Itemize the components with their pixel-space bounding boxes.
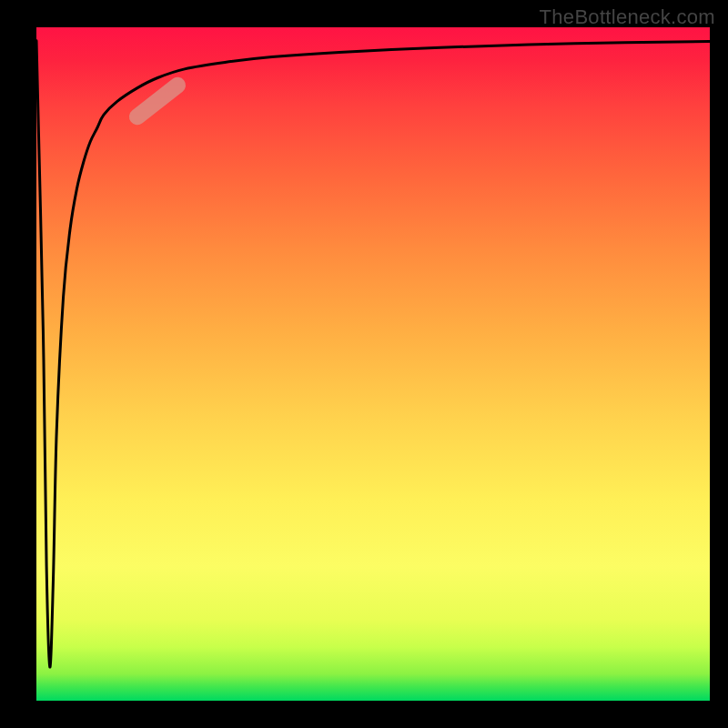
- watermark-text: TheBottleneck.com: [540, 5, 715, 29]
- plot-area: [36, 27, 710, 701]
- bottleneck-curve: [36, 41, 710, 667]
- curve-svg: [36, 27, 710, 701]
- chart-stage: TheBottleneck.com: [0, 0, 728, 728]
